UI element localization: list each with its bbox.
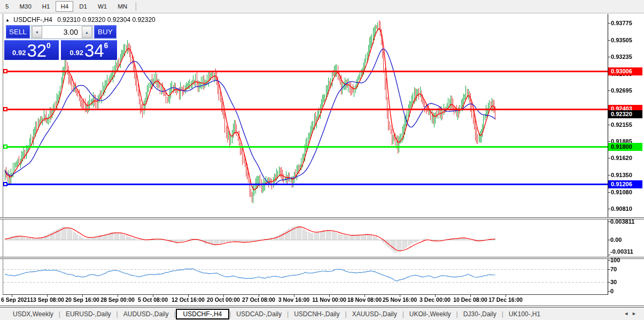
chart-ohlc-header: ▲ USDCHF-,H4 0.92310 0.92320 0.92304 0.9…	[5, 16, 156, 24]
volume-decrease-button[interactable]: ▼	[32, 26, 42, 38]
chart-ohlc-values: 0.92310 0.92320 0.92304 0.92320	[57, 16, 156, 24]
buy-button-label: BUY	[98, 28, 113, 36]
chart-tab-ukoil-weekly[interactable]: UKOil-,Weekly	[404, 309, 456, 319]
volume-spinner: ▼ 3.00 ▲	[31, 25, 93, 39]
sell-price-pipette: 0	[46, 41, 51, 50]
toolbar-separator	[136, 2, 137, 11]
chart-tab-bar: USDX,Weekly|EURUSD-,Daily|AUDUSD-,Daily|…	[0, 308, 644, 320]
chart-tab-uk100-h1[interactable]: UK100-,H1	[503, 309, 546, 319]
chart-tab-audusd-daily[interactable]: AUDUSD-,Daily	[118, 309, 174, 319]
pane-separator[interactable]	[0, 217, 644, 219]
buy-price-display[interactable]: 0.92 34 6	[61, 40, 117, 60]
chart-tab-dj30-daily[interactable]: DJ30-,Daily	[458, 309, 502, 319]
timeframe-button-m30[interactable]: M30	[14, 1, 36, 12]
timeframe-button-h1[interactable]: H1	[37, 1, 55, 12]
collapse-panel-icon[interactable]: ▲	[5, 18, 10, 22]
one-click-trading-panel: SELL ▼ 3.00 ▲ BUY 0.92 32 0 0.92 34 6	[4, 24, 118, 60]
chart-tab-eurusd-daily[interactable]: EURUSD-,Daily	[60, 309, 117, 319]
tab-scroll-arrows: ◄►	[624, 311, 640, 316]
sell-price-prefix: 0.92	[12, 49, 26, 57]
sell-button[interactable]: SELL	[6, 25, 30, 39]
sell-price-display[interactable]: 0.92 32 0	[4, 40, 59, 60]
timeframe-button-mn[interactable]: MN	[113, 1, 132, 12]
chart-tab-usdchf-h4[interactable]: USDCHF-,H4	[176, 309, 230, 319]
timeframe-button-h4[interactable]: H4	[56, 1, 73, 12]
chart-tab-usdx-weekly[interactable]: USDX,Weekly	[7, 309, 59, 319]
pane-separator[interactable]	[0, 257, 644, 259]
sell-price-big-digits: 32	[27, 43, 46, 58]
buy-price-prefix: 0.92	[70, 49, 83, 57]
chart-tab-xauusd-daily[interactable]: XAUUSD-,Daily	[347, 309, 402, 319]
volume-input[interactable]: 3.00	[43, 26, 81, 39]
buy-price-pipette: 6	[104, 41, 108, 50]
buy-price-big-digits: 34	[84, 43, 104, 58]
chart-symbol-label: USDCHF-,H4	[13, 16, 52, 24]
sell-button-label: SELL	[9, 28, 27, 36]
tab-scroll-left-button[interactable]: ◄	[624, 311, 632, 316]
timeframe-button-d1[interactable]: D1	[74, 1, 92, 12]
mt4-window: 5M30H1H4D1W1MN ▲ USDCHF-,H4 0.92310 0.92…	[0, 0, 644, 320]
volume-increase-button[interactable]: ▲	[82, 26, 92, 38]
buy-button[interactable]: BUY	[94, 25, 117, 39]
timeframe-button-w1[interactable]: W1	[93, 1, 112, 12]
tab-scroll-right-button[interactable]: ►	[632, 311, 640, 316]
timeframe-toolbar: 5M30H1H4D1W1MN	[0, 0, 644, 13]
timeframe-button-5[interactable]: 5	[1, 1, 13, 12]
chart-tab-usdcnh-daily[interactable]: USDCNH-,Daily	[289, 309, 345, 319]
chart-tab-usdcad-daily[interactable]: USDCAD-,Daily	[231, 309, 287, 319]
